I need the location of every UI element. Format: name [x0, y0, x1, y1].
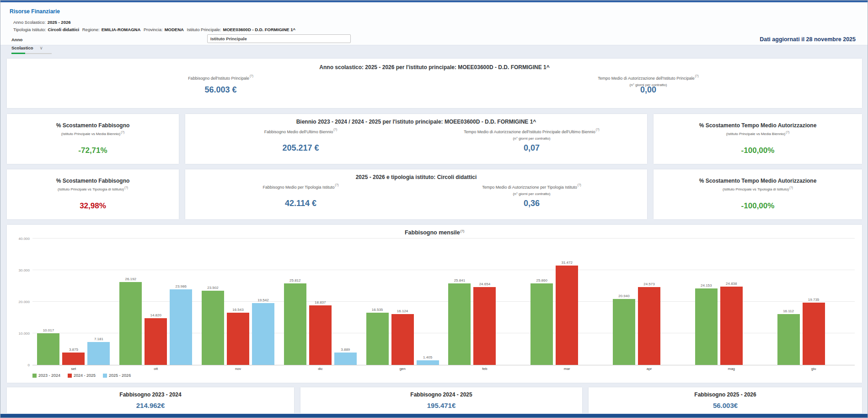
chart-bar-mag[interactable]: 24.838	[720, 287, 743, 365]
x-axis-label: giu	[772, 367, 855, 371]
meta-istituto: Tipologia Istituto:Circoli didattici Reg…	[13, 27, 295, 32]
help-icon[interactable]: (?)	[121, 130, 124, 134]
fabbisogno-2023-2024-label: Fabbisogno 2023 - 2024	[7, 391, 294, 398]
data-updated-text: Dati aggiornati il 28 novembre 2025	[760, 36, 856, 43]
chart-bar-dic[interactable]: 18.837	[309, 305, 332, 365]
scostamento-tempo-tipologia-title: % Scostamento Tempo Medio Autorizzazione	[654, 178, 862, 184]
x-axis-label: dic	[279, 367, 361, 371]
kpi-tempo-medio-istituto-value: 0,00	[434, 85, 862, 95]
help-icon[interactable]: (?)	[335, 183, 339, 186]
help-icon[interactable]: (?)	[596, 128, 600, 131]
bar-value-label: 19.735	[808, 298, 819, 302]
tipologia-label: Tipologia Istituto:	[13, 27, 46, 32]
scostamento-fabbisogno-biennio-value: -72,71%	[7, 146, 179, 155]
help-icon[interactable]: (?)	[124, 186, 128, 189]
istituto-principale-value: MOEE03600D - D.D. FORMIGINE 1^	[223, 27, 295, 32]
y-axis-label: 40.000	[10, 237, 30, 241]
bar-group-ott: 26.19214.82023.986	[115, 239, 197, 365]
istituto-principale-input[interactable]	[207, 34, 351, 43]
kpi-fabbisogno-istituto: Fabbisogno dell'Istituto Principale(?) 5…	[7, 73, 434, 81]
bar-value-label: 24.654	[479, 282, 490, 286]
bar-group-feb: 25.84124.654	[444, 239, 526, 365]
chart-legend: 2023 - 20242024 - 20252025 - 2026	[32, 373, 131, 378]
bar-value-label: 25.860	[536, 278, 547, 282]
chart-title-text: Fabbisogno mensile	[405, 229, 460, 236]
chart-bar-giu[interactable]: 16.112	[777, 314, 800, 365]
chart-bar-giu[interactable]: 19.735	[803, 303, 825, 365]
x-axis-label: gen	[361, 367, 444, 371]
bar-value-label: 23.502	[207, 286, 218, 290]
chart-bar-mag[interactable]: 24.153	[695, 288, 718, 365]
bar-group-dic: 25.81218.8373.889	[279, 239, 361, 365]
bar-group-nov: 23.50216.54319.542	[197, 239, 279, 365]
bar-group-giu: 16.11219.735	[772, 239, 855, 365]
card-fabbisogno-2024-2025: Fabbisogno 2024 - 2025 195.471€	[300, 387, 582, 413]
regione-value: EMILIA-ROMAGNA	[102, 27, 141, 32]
chart-bar-set[interactable]: 7.181	[87, 342, 110, 365]
kpi-tempo-medio-tipologia-value: 0,36	[416, 199, 647, 208]
help-icon[interactable]: (?)	[578, 183, 581, 186]
bar-value-label: 18.837	[315, 300, 326, 304]
help-icon[interactable]: (?)	[250, 74, 253, 77]
bar-group-mag: 24.15324.838	[690, 239, 772, 365]
chart-bar-feb[interactable]: 25.841	[448, 283, 471, 365]
chart-bar-ott[interactable]: 26.192	[119, 282, 142, 365]
anno-scolastico-select[interactable]: Anno Scolastico∨	[11, 35, 54, 54]
legend-label: 2025 - 2026	[109, 373, 131, 378]
card-scostamento-tempo-biennio: % Scostamento Tempo Medio Autorizzazione…	[654, 114, 862, 164]
chart-bar-ott[interactable]: 23.986	[170, 289, 192, 365]
chart-bar-gen[interactable]: 16.535	[366, 313, 389, 365]
x-axis-label: nov	[197, 367, 279, 371]
chart-bar-dic[interactable]: 25.812	[284, 283, 306, 365]
chart-bar-dic[interactable]: 3.889	[334, 353, 357, 365]
bar-group-gen: 16.53516.1241.405	[361, 239, 444, 365]
chart-bar-gen[interactable]: 1.405	[417, 360, 439, 365]
chart-bar-nov[interactable]: 23.502	[202, 291, 224, 365]
chart-bars: 10.0173.8757.18126.19214.82023.98623.502…	[32, 239, 855, 365]
kpi-fabbisogno-istituto-value: 56.003 €	[7, 85, 434, 95]
chart-bar-mar[interactable]: 31.472	[556, 266, 578, 365]
anno-scolastico-select-label: Anno Scolastico	[11, 37, 33, 50]
help-icon[interactable]: (?)	[789, 186, 793, 189]
card-scostamento-tempo-tipologia: % Scostamento Tempo Medio Autorizzazione…	[654, 169, 862, 219]
chart-bar-ott[interactable]: 14.820	[145, 318, 167, 365]
regione-label: Regione:	[82, 27, 100, 32]
chart-bar-apr[interactable]: 20.940	[613, 299, 635, 365]
tipologia-value: Circoli didattici	[48, 27, 79, 32]
chart-bar-nov[interactable]: 19.542	[252, 303, 274, 365]
kpi-fabbisogno-istituto-label: Fabbisogno dell'Istituto Principale	[188, 76, 249, 81]
chart-bar-set[interactable]: 3.875	[62, 353, 85, 365]
sub-text: (Istituto Principale vs Tipologia di Ist…	[723, 187, 789, 191]
card-fabbisogno-mensile: Fabbisogno mensile(?) 40.00030.00020.000…	[7, 225, 862, 383]
select-underline	[11, 53, 52, 54]
sub-text: (Istituto Principale vs Media Biennio)	[726, 132, 785, 136]
kpi-tempo-medio-tipologia-label: Tempo Medio di Autorizzazione per Tipolo…	[482, 185, 577, 190]
page-header: Risorse Finanziarie Anno Scolastico:2025…	[0, 2, 868, 45]
chart-bar-nov[interactable]: 16.543	[227, 313, 249, 365]
bar-value-label: 14.820	[150, 313, 161, 317]
help-icon[interactable]: (?)	[786, 130, 789, 134]
bar-value-label: 19.542	[257, 298, 268, 302]
scostamento-tempo-biennio-sub: (Istituto Principale vs Media Biennio)(?…	[654, 130, 862, 136]
help-icon[interactable]: (?)	[333, 128, 337, 131]
chart-bar-set[interactable]: 10.017	[37, 333, 59, 365]
chart-bar-mar[interactable]: 25.860	[530, 283, 553, 365]
scostamento-fabbisogno-biennio-sub: (Istituto Principale vs Media Biennio)(?…	[7, 130, 179, 136]
chart-bar-apr[interactable]: 24.573	[638, 287, 660, 365]
chart-bar-gen[interactable]: 16.124	[391, 314, 414, 365]
istituto-principale-label: Istituto Principale:	[187, 27, 221, 32]
kpi-fabbisogno-medio-biennio-value: 205.217 €	[185, 143, 416, 153]
scostamento-tempo-tipologia-sub: (Istituto Principale vs Tipologia di Ist…	[654, 186, 862, 191]
card-tipologia: 2025 - 2026 e tipologia istituto: Circol…	[185, 169, 647, 219]
bar-value-label: 24.153	[701, 283, 712, 288]
scostamento-fabbisogno-tipologia-sub: (Istituto Principale vs Tipologia di Ist…	[7, 186, 179, 191]
help-icon[interactable]: (?)	[461, 229, 464, 233]
kpi-tempo-medio-biennio: Tempo Medio di Autorizzazione dell'Istit…	[416, 127, 647, 141]
fabbisogno-2025-2026-label: Fabbisogno 2025 - 2026	[589, 391, 862, 398]
chart-bar-feb[interactable]: 24.654	[473, 287, 496, 365]
help-icon[interactable]: (?)	[695, 74, 699, 77]
legend-item: 2023 - 2024	[32, 373, 60, 378]
card-biennio: Biennio 2023 - 2024 / 2024 - 2025 per l'…	[185, 114, 647, 164]
bar-value-label: 16.543	[232, 308, 243, 312]
kpi-tempo-medio-biennio-label: Tempo Medio di Autorizzazione dell'Istit…	[464, 130, 595, 134]
